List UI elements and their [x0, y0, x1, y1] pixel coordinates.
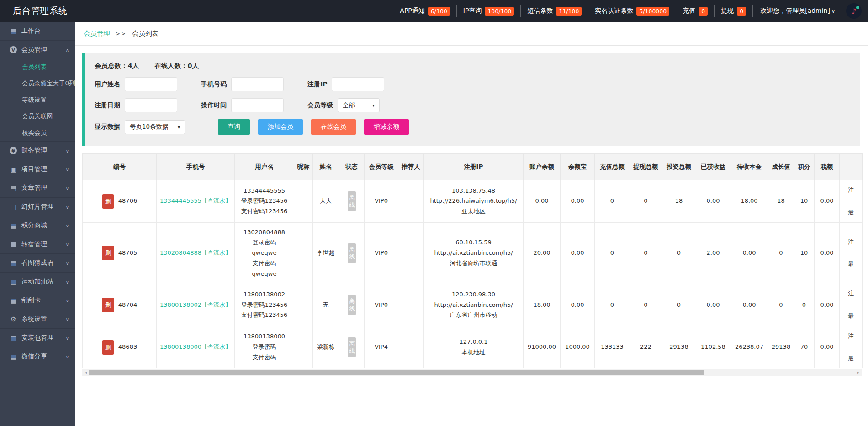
- sidebar-item-member-list[interactable]: 会员列表: [0, 59, 75, 75]
- sidebar-item-scratch-card[interactable]: ▦刮刮卡∨: [0, 291, 75, 310]
- page-size-select[interactable]: 每页10条数据 ▾: [125, 120, 185, 134]
- sidebar-submenu: 会员列表会员余额宝大于0列表等级设置会员关联网核实会员: [0, 59, 75, 141]
- sidebar-item-article-management[interactable]: ▤文章管理∨: [0, 179, 75, 197]
- cell-value-7: 0: [768, 222, 794, 284]
- username-input[interactable]: [125, 77, 177, 91]
- topbar-stat-2[interactable]: 短信条数11/100: [520, 5, 588, 17]
- sidebar-item-level-settings[interactable]: 等级设置: [0, 92, 75, 108]
- article-icon: ▤: [9, 184, 17, 192]
- phone-label: 手机号码: [201, 80, 227, 89]
- delete-button[interactable]: 删: [102, 246, 114, 260]
- cell-username: 13800138002登录密码123456支付密码123456: [235, 284, 294, 326]
- sidebar-item-label: 文章管理: [21, 184, 47, 192]
- member-level-select[interactable]: 全部 ▾: [338, 98, 380, 112]
- avatar[interactable]: ♪: [846, 3, 862, 19]
- member-id: 48704: [118, 300, 137, 310]
- scrollbar-thumb[interactable]: [89, 370, 704, 375]
- member-table: 编号手机号用户名昵称姓名状态会员等级推荐人注册IP账户余额余额宝充值总额提现总额…: [82, 153, 863, 368]
- finance-icon: ¥: [9, 147, 17, 154]
- topbar-stat-badge: 6/100: [428, 7, 450, 16]
- column-header-6: 会员等级: [365, 154, 398, 180]
- chevron-down-icon: ∨: [831, 8, 835, 14]
- chevron-down-icon: ∨: [66, 298, 69, 303]
- truncated-line: 最: [842, 207, 860, 218]
- ip-line: http://ai.xztianbin.com/h5/: [426, 300, 521, 310]
- sidebar-item-wheel-management[interactable]: ▦转盘管理∨: [0, 235, 75, 253]
- topbar-stat-0[interactable]: APP通知6/100: [393, 5, 456, 17]
- cell-value-8: 0: [794, 284, 815, 326]
- sidebar-item-workbench[interactable]: ▦工作台: [0, 22, 75, 40]
- phone-flow-link[interactable]: 13800138002【查流水】: [160, 301, 231, 308]
- register-ip-input[interactable]: [332, 77, 384, 91]
- scroll-right-icon[interactable]: ▸: [855, 370, 862, 375]
- column-header-13: 投资总额: [662, 154, 696, 180]
- breadcrumb-parent-link[interactable]: 会员管理: [84, 29, 110, 38]
- column-header-9: 账户余额: [524, 154, 561, 180]
- chevron-down-icon: ▾: [169, 125, 180, 130]
- truncated-line: 最: [842, 311, 860, 321]
- column-header-14: 已获收益: [696, 154, 730, 180]
- delete-button[interactable]: 删: [102, 194, 114, 209]
- avatar-accent-dot: [856, 6, 859, 9]
- sidebar-item-label: 项目管理: [21, 165, 47, 174]
- online-members-button[interactable]: 在线会员: [311, 119, 356, 135]
- sidebar-item-slideshow-management[interactable]: ▤幻灯片管理∨: [0, 197, 75, 216]
- chevron-down-icon: ∨: [66, 148, 69, 153]
- status-badge: 离线: [348, 337, 356, 358]
- sidebar-item-sports-station[interactable]: ▦运动加油站∨: [0, 272, 75, 291]
- chevron-down-icon: ∨: [66, 317, 69, 322]
- username-line: 登录密码123456: [237, 196, 292, 206]
- cell-id-wrap: 删48683: [85, 340, 154, 355]
- article-icon: ▤: [9, 203, 17, 210]
- cell-truncated: 注最: [840, 180, 863, 223]
- cell-value-2: 0: [595, 222, 630, 284]
- sidebar-item-system-settings[interactable]: ⚙系统设置∨: [0, 310, 75, 328]
- topbar-stat-5[interactable]: 提现0: [714, 5, 752, 17]
- gear-icon: ⚙: [9, 316, 17, 323]
- cell-value-3: 0: [630, 180, 662, 223]
- sidebar-item-points-mall[interactable]: ▦积分商城∨: [0, 216, 75, 235]
- topbar-stat-badge: 100/100: [485, 7, 514, 16]
- phone-flow-link[interactable]: 13344445555【查流水】: [160, 197, 231, 204]
- add-member-button[interactable]: 添加会员: [258, 119, 303, 135]
- username-line: 登录密码: [237, 342, 292, 352]
- query-button[interactable]: 查询: [218, 119, 250, 135]
- phone-flow-link[interactable]: 13020804888【查流水】: [160, 249, 231, 256]
- phone-flow-link[interactable]: 13800138000【查流水】: [160, 343, 231, 350]
- topbar-stat-3[interactable]: 实名认证条数5/100000: [588, 5, 676, 17]
- topbar-stat-4[interactable]: 充值0: [676, 5, 714, 17]
- delete-button[interactable]: 删: [102, 340, 114, 355]
- column-header-5: 状态: [339, 154, 365, 180]
- cell-status: 离线: [339, 222, 365, 284]
- operate-time-input[interactable]: [231, 98, 284, 112]
- horizontal-scrollbar[interactable]: ◂ ▸: [82, 369, 862, 376]
- cell-name: 梁新栋: [313, 326, 339, 368]
- sidebar-item-label: 运动加油站: [21, 278, 53, 286]
- truncated-line: 最: [842, 259, 860, 269]
- admin-menu[interactable]: 欢迎您，管理员[admin] ∨: [752, 5, 842, 17]
- cell-id: 删48706: [83, 180, 157, 223]
- truncated-line: 最: [842, 353, 860, 364]
- scroll-left-icon[interactable]: ◂: [82, 370, 89, 375]
- phone-input[interactable]: [231, 77, 284, 91]
- topbar-stat-1[interactable]: IP查询100/100: [456, 5, 521, 17]
- adjust-balance-button[interactable]: 增减余额: [364, 119, 409, 135]
- sidebar-item-member-yuebao-list[interactable]: 会员余额宝大于0列表: [0, 75, 75, 92]
- topbar-stat-label: 提现: [721, 7, 734, 15]
- sidebar-item-label: 微信分享: [21, 352, 47, 361]
- sidebar-item-member-network[interactable]: 会员关联网: [0, 108, 75, 125]
- sidebar-item-package-management[interactable]: ▦安装包管理∨: [0, 328, 75, 347]
- sidebar-item-verify-member[interactable]: 核实会员: [0, 125, 75, 141]
- register-date-input[interactable]: [125, 98, 177, 112]
- sidebar-item-finance-management[interactable]: ¥财务管理∨: [0, 141, 75, 160]
- grid-icon: ▦: [9, 278, 17, 285]
- sidebar-item-wechat-share[interactable]: ▦微信分享∨: [0, 347, 75, 366]
- sidebar-item-project-management[interactable]: ▣项目管理∨: [0, 160, 75, 179]
- chevron-down-icon: ∨: [66, 167, 69, 172]
- delete-button[interactable]: 删: [102, 298, 114, 312]
- sidebar-item-idiom-guess[interactable]: ▦看图猜成语∨: [0, 253, 75, 272]
- cell-value-7: 0: [768, 284, 794, 326]
- cell-username: 13020804888登录密码qweqwe支付密码qweqwe: [235, 222, 294, 284]
- sidebar-item-member-management[interactable]: V会员管理∧: [0, 40, 75, 59]
- cell-referrer: [398, 222, 424, 284]
